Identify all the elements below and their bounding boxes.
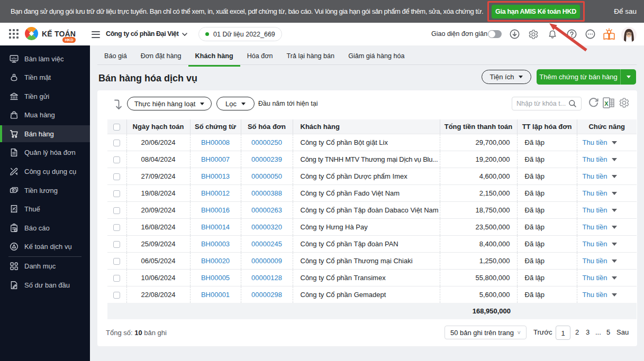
svg-text:X: X [604,100,609,107]
